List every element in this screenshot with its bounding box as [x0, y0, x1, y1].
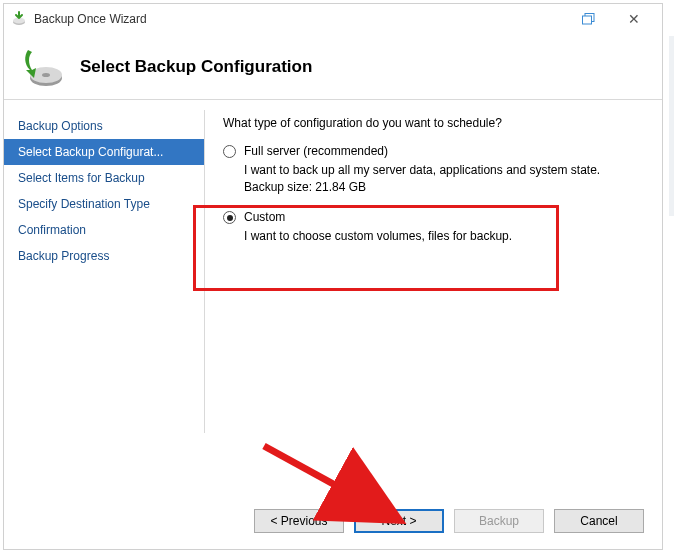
svg-rect-3 — [582, 16, 591, 24]
option-custom-title: Custom — [244, 210, 285, 224]
wizard-header: Select Backup Configuration — [4, 34, 662, 100]
option-full-server-desc: I want to back up all my server data, ap… — [244, 162, 642, 179]
window-title: Backup Once Wizard — [34, 12, 566, 26]
sidebar-item-specify-destination-type[interactable]: Specify Destination Type — [4, 191, 204, 217]
page-title: Select Backup Configuration — [80, 57, 312, 77]
sidebar-item-select-items-for-backup[interactable]: Select Items for Backup — [4, 165, 204, 191]
wizard-window: Backup Once Wizard ✕ Select Backup Confi… — [3, 3, 663, 550]
sidebar-item-confirmation[interactable]: Confirmation — [4, 217, 204, 243]
svg-point-6 — [42, 73, 50, 77]
option-custom[interactable]: Custom — [223, 210, 642, 224]
close-icon[interactable]: ✕ — [611, 5, 656, 33]
prompt-text: What type of configuration do you want t… — [223, 116, 642, 130]
option-custom-desc: I want to choose custom volumes, files f… — [244, 228, 642, 245]
radio-full-server[interactable] — [223, 145, 236, 158]
backup-disc-icon — [18, 44, 64, 90]
restore-icon[interactable] — [566, 5, 611, 33]
wizard-steps-sidebar: Backup Options Select Backup Configurat.… — [4, 100, 204, 493]
option-full-server-title: Full server (recommended) — [244, 144, 388, 158]
option-full-server-size: Backup size: 21.84 GB — [244, 179, 642, 196]
sidebar-item-backup-options[interactable]: Backup Options — [4, 113, 204, 139]
sidebar-item-select-backup-configuration[interactable]: Select Backup Configurat... — [4, 139, 204, 165]
previous-button[interactable]: < Previous — [254, 509, 344, 533]
wizard-body: Backup Options Select Backup Configurat.… — [4, 100, 662, 493]
option-full-server[interactable]: Full server (recommended) — [223, 144, 642, 158]
wizard-content: What type of configuration do you want t… — [205, 100, 662, 493]
next-button[interactable]: Next > — [354, 509, 444, 533]
sidebar-item-backup-progress[interactable]: Backup Progress — [4, 243, 204, 269]
backup-button: Backup — [454, 509, 544, 533]
titlebar: Backup Once Wizard ✕ — [4, 4, 662, 34]
cancel-button[interactable]: Cancel — [554, 509, 644, 533]
wizard-footer: < Previous Next > Backup Cancel — [4, 493, 662, 549]
radio-custom[interactable] — [223, 211, 236, 224]
screenshot-edge-artifact — [669, 36, 674, 216]
app-icon — [10, 10, 28, 28]
